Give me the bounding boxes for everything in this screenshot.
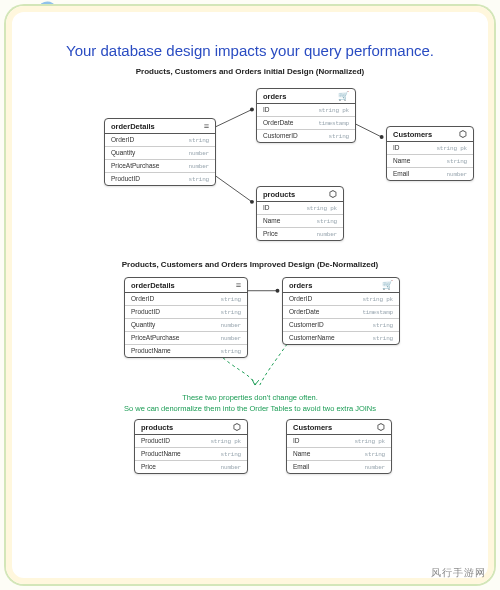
field-type: number [221,464,241,471]
field-type: timestamp [362,309,393,316]
field-type: string [221,451,241,458]
field-name: ProductID [131,308,160,315]
entity-header: Customers⬡ [287,420,391,435]
entity-icon: ≡ [236,281,241,290]
field-type: number [189,163,209,170]
field-type: string [189,137,209,144]
entity-field: ProductIDstring [125,305,247,318]
field-name: ProductName [141,450,181,457]
field-name: Name [393,157,410,164]
field-name: OrderID [111,136,134,143]
field-name: OrderID [289,295,312,302]
field-type: string [221,296,241,303]
entity-name: Customers [293,423,332,432]
entity-header: orders🛒 [283,278,399,293]
annotation-line1: These two properties don't change often. [24,393,476,402]
field-name: CustomerID [289,321,324,328]
entity-orders-improved: orders🛒OrderIDstring pkOrderDatetimestam… [282,277,400,345]
field-type: string [365,451,385,458]
section1-title: Products, Customers and Orders initial D… [24,67,476,76]
entity-icon: ⬡ [233,423,241,432]
diagram-denormalized-top: orderDetails≡OrderIDstringProductIDstrin… [24,275,476,393]
field-type: string [447,158,467,165]
field-type: string [189,176,209,183]
watermark-text: 风行手游网 [431,566,486,580]
entity-field: ProductNamestring [135,447,247,460]
entity-field: IDstring pk [257,104,355,116]
entity-name: orders [289,281,312,290]
entity-name: products [141,423,173,432]
field-type: string [329,133,349,140]
entity-header: products⬡ [135,420,247,435]
entity-products: products⬡IDstring pkNamestringPricenumbe… [256,186,344,241]
entity-field: ProductIDstring [105,172,215,185]
field-type: string pk [210,438,241,445]
page-headline: Your database design impacts your query … [24,42,476,59]
entity-field: ProductNamestring [125,344,247,357]
field-name: Price [141,463,156,470]
entity-field: Emailnumber [287,460,391,473]
diagram-denormalized-bottom: products⬡ProductIDstring pkProductNamest… [24,417,476,497]
entity-field: OrderDatetimestamp [257,116,355,129]
field-name: OrderDate [289,308,319,315]
field-name: PriceAtPurchase [131,334,179,341]
field-name: Name [293,450,310,457]
field-type: number [221,335,241,342]
field-name: ID [293,437,300,444]
entity-field: OrderIDstring [125,293,247,305]
field-type: number [447,171,467,178]
entity-orderdetails: orderDetails≡OrderIDstringQuantitynumber… [104,118,216,186]
entity-field: OrderIDstring [105,134,215,146]
entity-customers-improved: Customers⬡IDstring pkNamestringEmailnumb… [286,419,392,474]
entity-name: orderDetails [111,122,155,131]
field-name: Quantity [131,321,155,328]
entity-name: orderDetails [131,281,175,290]
field-type: number [365,464,385,471]
entity-field: Namestring [287,447,391,460]
field-name: CustomerName [289,334,335,341]
entity-icon: ⬡ [459,130,467,139]
entity-field: PriceAtPurchasenumber [105,159,215,172]
field-type: string [373,322,393,329]
annotation-line2: So we can denormalize them into the Orde… [24,404,476,413]
entity-field: PriceAtPurchasenumber [125,331,247,344]
content-frame: Your database design impacts your query … [6,6,494,584]
field-type: string [373,335,393,342]
field-name: OrderDate [263,119,293,126]
field-name: ID [263,106,270,113]
field-type: string [221,348,241,355]
field-type: number [189,150,209,157]
entity-field: IDstring pk [287,435,391,447]
entity-field: Quantitynumber [105,146,215,159]
entity-name: orders [263,92,286,101]
entity-orderdetails-improved: orderDetails≡OrderIDstringProductIDstrin… [124,277,248,358]
field-type: string pk [318,107,349,114]
entity-header: orderDetails≡ [125,278,247,293]
entity-orders: orders🛒IDstring pkOrderDatetimestampCust… [256,88,356,143]
entity-customers: Customers⬡IDstring pkNamestringEmailnumb… [386,126,474,181]
field-type: string [221,309,241,316]
entity-field: Emailnumber [387,167,473,180]
field-name: Email [293,463,309,470]
entity-icon: 🛒 [382,281,393,290]
entity-icon: ⬡ [329,190,337,199]
field-type: string pk [436,145,467,152]
field-name: PriceAtPurchase [111,162,159,169]
field-name: ProductID [111,175,140,182]
field-name: CustomerID [263,132,298,139]
entity-field: Pricenumber [135,460,247,473]
entity-header: orders🛒 [257,89,355,104]
entity-header: products⬡ [257,187,343,202]
entity-name: products [263,190,295,199]
field-type: number [221,322,241,329]
entity-field: Namestring [387,154,473,167]
field-type: string pk [362,296,393,303]
field-name: ID [393,144,400,151]
field-name: ID [263,204,270,211]
field-type: timestamp [318,120,349,127]
field-name: Price [263,230,278,237]
field-type: string pk [354,438,385,445]
field-type: string pk [306,205,337,212]
field-name: Quantity [111,149,135,156]
entity-field: CustomerIDstring [283,318,399,331]
